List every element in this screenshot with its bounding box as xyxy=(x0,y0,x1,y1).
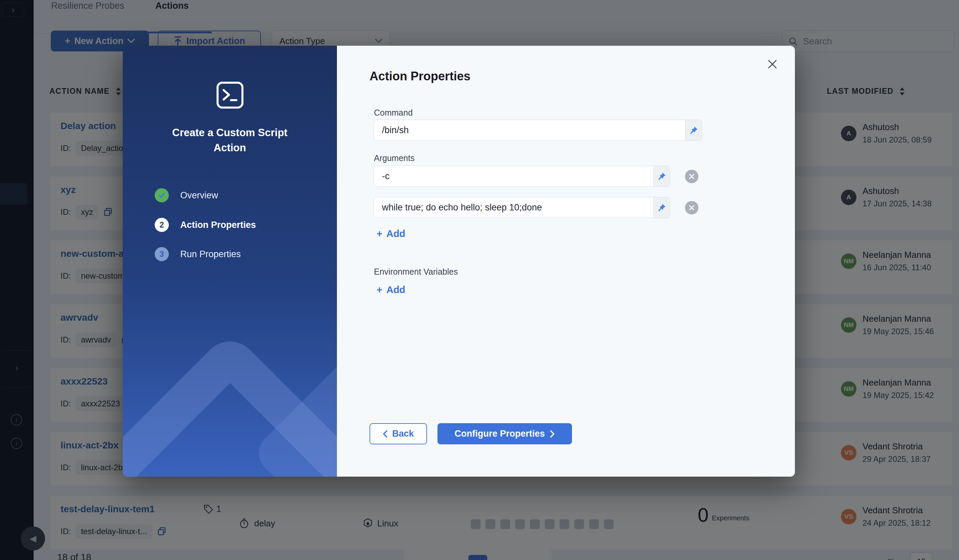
remove-argument-button[interactable] xyxy=(685,170,698,183)
plus-icon: + xyxy=(377,228,382,239)
pin-button[interactable] xyxy=(653,197,670,218)
form-title: Action Properties xyxy=(370,69,470,83)
command-field-group xyxy=(374,120,702,141)
chevron-left-icon xyxy=(383,430,387,438)
modal-title: Create a Custom Script Action xyxy=(158,125,302,155)
pin-icon xyxy=(657,172,666,181)
pin-button[interactable] xyxy=(653,166,670,186)
argument-input[interactable] xyxy=(374,166,653,186)
command-label: Command xyxy=(374,108,413,118)
pin-icon xyxy=(657,204,666,212)
step-run-properties[interactable]: 3 Run Properties xyxy=(155,247,241,261)
command-input[interactable] xyxy=(374,120,685,140)
argument-input[interactable] xyxy=(374,197,653,218)
step-action-properties[interactable]: 2 Action Properties xyxy=(155,218,256,232)
environment-variables-label: Environment Variables xyxy=(374,267,458,277)
check-icon xyxy=(158,191,166,200)
create-action-modal: Create a Custom Script Action Overview 2… xyxy=(123,46,795,477)
argument-field-group xyxy=(374,197,670,218)
configure-properties-button[interactable]: Configure Properties xyxy=(438,423,572,444)
app-screen: › › i i ◀ Resilience Probes Actions + Ne… xyxy=(0,0,959,560)
arguments-label: Arguments xyxy=(374,153,414,163)
close-icon xyxy=(689,173,695,180)
pin-icon xyxy=(689,126,698,135)
close-icon[interactable] xyxy=(767,59,779,71)
argument-field-group xyxy=(374,166,670,187)
modal-body: Action Properties Command Arguments xyxy=(337,46,795,477)
close-icon xyxy=(689,205,695,211)
add-argument-button[interactable]: +Add xyxy=(377,228,405,239)
add-env-variable-button[interactable]: +Add xyxy=(377,284,405,296)
pin-button[interactable] xyxy=(685,120,702,140)
plus-icon: + xyxy=(377,284,382,296)
step-overview[interactable]: Overview xyxy=(155,188,218,202)
terminal-icon xyxy=(215,81,244,110)
chevron-right-icon xyxy=(550,430,555,438)
modal-sidebar: Create a Custom Script Action Overview 2… xyxy=(123,46,337,477)
back-button[interactable]: Back xyxy=(370,423,427,444)
remove-argument-button[interactable] xyxy=(685,201,698,215)
